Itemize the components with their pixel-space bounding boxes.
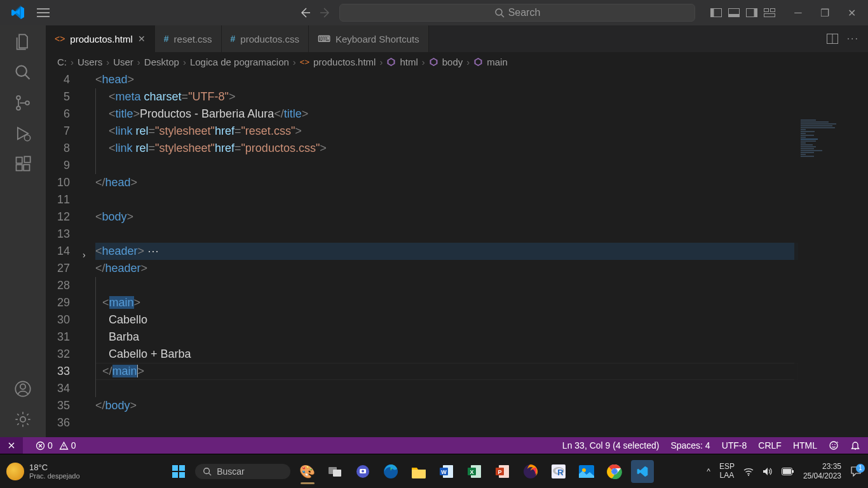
editor-tab[interactable]: #productos.css bbox=[222, 25, 309, 52]
excel-icon[interactable]: X bbox=[463, 460, 486, 483]
breadcrumb-segment[interactable]: User bbox=[113, 57, 133, 67]
encoding[interactable]: UTF-8 bbox=[722, 440, 747, 451]
edge-icon[interactable] bbox=[379, 460, 402, 483]
task-view-icon[interactable] bbox=[323, 460, 346, 483]
code-editor[interactable]: 456789101112131427282930313233343536 › <… bbox=[46, 71, 868, 437]
battery-icon[interactable] bbox=[782, 468, 794, 475]
feedback-icon[interactable] bbox=[829, 440, 839, 451]
svg-text:R: R bbox=[557, 468, 564, 477]
svg-rect-6 bbox=[754, 9, 757, 17]
window-maximize-icon[interactable]: ❐ bbox=[813, 7, 836, 19]
svg-rect-8 bbox=[771, 9, 775, 12]
extensions-icon[interactable] bbox=[14, 155, 32, 173]
split-editor-icon[interactable] bbox=[827, 34, 838, 44]
taskbar-search[interactable]: Buscar bbox=[195, 464, 290, 479]
svg-point-62 bbox=[748, 475, 749, 476]
svg-text:P: P bbox=[498, 468, 502, 475]
word-icon[interactable]: W bbox=[435, 460, 458, 483]
warnings-count[interactable]: 0 bbox=[59, 440, 76, 451]
r-icon[interactable]: R bbox=[547, 460, 570, 483]
chrome-icon[interactable] bbox=[603, 460, 626, 483]
svg-rect-15 bbox=[17, 158, 22, 163]
notification-center-icon[interactable]: 1 bbox=[850, 466, 862, 477]
editor-tabs: <>productos.html✕#reset.css#productos.cs… bbox=[46, 25, 868, 52]
weather-icon bbox=[6, 463, 24, 480]
fold-chevron-icon[interactable]: › bbox=[83, 247, 86, 264]
svg-text:W: W bbox=[441, 468, 447, 475]
status-bar: 0 0 Ln 33, Col 9 (4 selected) Spaces: 4 … bbox=[0, 437, 868, 454]
svg-point-26 bbox=[832, 444, 833, 445]
notifications-icon[interactable] bbox=[850, 440, 860, 451]
nav-back-icon[interactable] bbox=[299, 6, 311, 19]
tray-chevron-icon[interactable]: ^ bbox=[707, 467, 710, 476]
chat-icon[interactable] bbox=[351, 460, 374, 483]
more-actions-icon[interactable]: ··· bbox=[847, 33, 859, 44]
search-sidebar-icon[interactable] bbox=[14, 64, 32, 81]
file-explorer-icon[interactable] bbox=[407, 460, 430, 483]
layout-sidebar-left-icon[interactable] bbox=[710, 8, 722, 17]
tab-label: productos.html bbox=[70, 34, 132, 44]
search-placeholder: Search bbox=[508, 7, 541, 18]
wifi-icon[interactable] bbox=[743, 467, 754, 476]
task-view-icon[interactable]: 🎨 bbox=[295, 460, 318, 483]
system-clock[interactable]: 23:3525/04/2023 bbox=[803, 462, 841, 480]
layout-panel-bottom-icon[interactable] bbox=[728, 8, 740, 17]
volume-icon[interactable] bbox=[763, 467, 773, 476]
app-icon[interactable] bbox=[575, 460, 598, 483]
run-debug-icon[interactable] bbox=[14, 125, 32, 142]
svg-rect-17 bbox=[24, 165, 29, 170]
svg-rect-29 bbox=[179, 465, 185, 471]
window-minimize-icon[interactable]: ─ bbox=[787, 7, 810, 19]
breadcrumb-segment[interactable]: Users bbox=[78, 57, 102, 67]
remote-indicator[interactable] bbox=[0, 437, 23, 454]
svg-point-14 bbox=[24, 135, 30, 140]
svg-rect-18 bbox=[24, 156, 30, 162]
tab-label: productos.css bbox=[240, 34, 299, 44]
breadcrumb-symbol[interactable]: html bbox=[400, 57, 417, 67]
close-tab-icon[interactable]: ✕ bbox=[138, 34, 146, 44]
breadcrumb-segment[interactable]: C: bbox=[57, 57, 67, 67]
css-file-icon: # bbox=[164, 34, 169, 44]
command-center-search[interactable]: Search bbox=[339, 4, 695, 22]
svg-rect-31 bbox=[179, 472, 185, 478]
search-icon bbox=[494, 8, 505, 18]
breadcrumb-symbol[interactable]: body bbox=[442, 57, 463, 67]
language-indicator[interactable]: ESPLAA bbox=[719, 463, 735, 479]
windows-taskbar: 18°C Prac. despejado Buscar 🎨 W X P R ^ … bbox=[0, 454, 868, 488]
breadcrumb-segment[interactable]: Desktop bbox=[144, 57, 179, 67]
svg-point-13 bbox=[25, 101, 29, 105]
breadcrumb-segment[interactable]: Logica de pogramacion bbox=[190, 57, 289, 67]
start-button-icon[interactable] bbox=[167, 460, 190, 483]
svg-text:X: X bbox=[470, 468, 474, 475]
svg-point-27 bbox=[834, 444, 836, 445]
explorer-icon[interactable] bbox=[14, 33, 32, 51]
breadcrumb-file[interactable]: productos.html bbox=[313, 57, 376, 67]
svg-point-37 bbox=[362, 470, 364, 472]
nav-forward-icon[interactable] bbox=[319, 6, 332, 19]
firefox-icon[interactable] bbox=[519, 460, 542, 483]
source-control-icon[interactable] bbox=[14, 94, 32, 112]
layout-sidebar-right-icon[interactable] bbox=[746, 8, 757, 17]
vscode-logo-icon bbox=[10, 5, 25, 20]
cursor-position[interactable]: Ln 33, Col 9 (4 selected) bbox=[562, 440, 660, 451]
svg-point-0 bbox=[496, 9, 502, 15]
breadcrumb[interactable]: C:›Users›User›Desktop›Logica de pogramac… bbox=[46, 52, 868, 71]
settings-gear-icon[interactable] bbox=[14, 410, 32, 428]
accounts-icon[interactable] bbox=[14, 380, 32, 398]
editor-tab[interactable]: <>productos.html✕ bbox=[46, 25, 155, 52]
errors-count[interactable]: 0 bbox=[36, 440, 53, 451]
indentation[interactable]: Spaces: 4 bbox=[670, 440, 710, 451]
weather-widget[interactable]: 18°C Prac. despejado bbox=[6, 463, 121, 480]
language-mode[interactable]: HTML bbox=[793, 440, 817, 451]
editor-tab[interactable]: #reset.css bbox=[155, 25, 222, 52]
vscode-taskbar-icon[interactable] bbox=[631, 460, 654, 483]
eol[interactable]: CRLF bbox=[758, 440, 782, 451]
temperature: 18°C bbox=[29, 463, 80, 472]
search-icon bbox=[203, 467, 212, 476]
window-close-icon[interactable]: ✕ bbox=[840, 7, 863, 19]
editor-tab[interactable]: ⌨Keyboard Shortcuts bbox=[309, 25, 429, 52]
powerpoint-icon[interactable]: P bbox=[491, 460, 514, 483]
app-menu-icon[interactable] bbox=[37, 8, 50, 18]
breadcrumb-symbol[interactable]: main bbox=[487, 57, 508, 67]
customize-layout-icon[interactable] bbox=[764, 8, 775, 17]
